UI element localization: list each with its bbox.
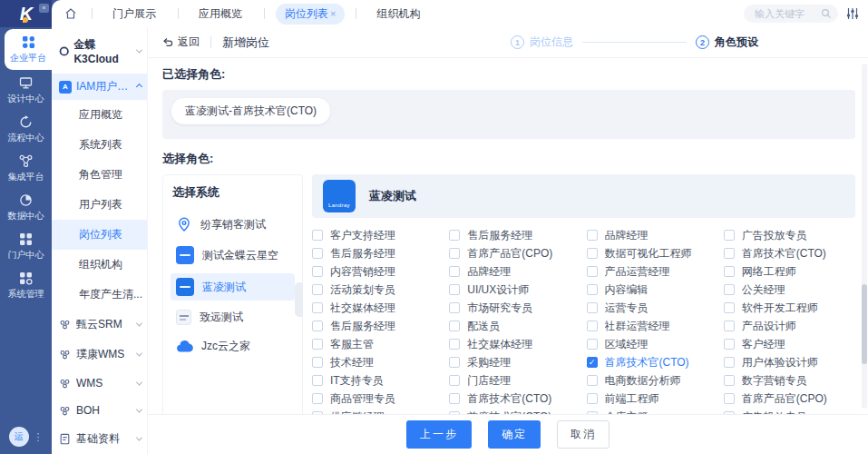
- role-checkbox-item[interactable]: 首席产品官(CPO): [449, 244, 580, 262]
- rail-item-enterprise-platform[interactable]: 企业平台: [5, 29, 52, 70]
- role-checkbox-item[interactable]: 售后服务经理: [449, 226, 580, 244]
- sidebar-item[interactable]: 应用概览: [52, 100, 147, 130]
- role-checkbox-item[interactable]: 品牌经理: [449, 262, 580, 281]
- checkbox-icon[interactable]: [449, 393, 460, 404]
- checkbox-icon[interactable]: [724, 266, 735, 277]
- system-item-zhiyuan[interactable]: 致远测试: [171, 305, 295, 330]
- role-checkbox-item[interactable]: 客服主管: [312, 335, 444, 353]
- role-checkbox-item[interactable]: 广告投放专员: [724, 226, 855, 244]
- system-item-landray[interactable]: 蓝凌测试: [171, 273, 295, 301]
- sidebar-item[interactable]: 岗位列表: [52, 220, 147, 250]
- checkbox-icon[interactable]: [312, 393, 323, 404]
- checkbox-icon[interactable]: [587, 248, 598, 259]
- checkbox-icon[interactable]: [724, 248, 735, 259]
- role-checkbox-item[interactable]: 配送员: [449, 317, 580, 335]
- rail-item-integration-platform[interactable]: 集成平台: [0, 150, 52, 187]
- role-checkbox-item[interactable]: 软件开发工程师: [724, 299, 855, 317]
- checkbox-icon[interactable]: [724, 339, 735, 350]
- role-checkbox-item[interactable]: 首席技术官(CTO): [724, 244, 855, 262]
- checkbox-icon[interactable]: [449, 411, 460, 414]
- selected-role-chip[interactable]: 蓝凌测试-首席技术官(CTO): [171, 98, 330, 124]
- scrollbar-track[interactable]: [862, 64, 867, 409]
- role-checkbox-item[interactable]: 供应链经理: [312, 408, 444, 414]
- checkbox-icon[interactable]: [312, 266, 323, 277]
- role-checkbox-item[interactable]: 商品管理专员: [312, 390, 444, 408]
- home-button[interactable]: [61, 7, 81, 20]
- sidebar-collapse-icon[interactable]: «: [39, 4, 49, 13]
- checkbox-icon[interactable]: [724, 230, 735, 241]
- sidebar-group-iam[interactable]: A IAM用户中心: [52, 74, 147, 100]
- checkbox-icon[interactable]: [312, 411, 323, 414]
- confirm-button[interactable]: 确定: [488, 420, 541, 449]
- checkbox-icon[interactable]: [449, 321, 460, 331]
- sidebar-item[interactable]: 系统列表: [52, 130, 147, 160]
- role-checkbox-item[interactable]: 社交媒体经理: [312, 299, 444, 317]
- checkbox-icon[interactable]: [587, 266, 598, 277]
- filter-icon[interactable]: [846, 7, 859, 20]
- checkbox-icon[interactable]: [587, 284, 598, 295]
- workspace-switcher[interactable]: 金蝶K3Cloud: [52, 27, 147, 74]
- role-checkbox-item[interactable]: 品牌经理: [587, 226, 718, 244]
- checkbox-icon[interactable]: [724, 411, 735, 414]
- cancel-button[interactable]: 取消: [557, 420, 610, 449]
- sidebar-group-srm[interactable]: 甄云SRM: [52, 310, 147, 340]
- role-checkbox-item[interactable]: 仓库主管: [587, 408, 718, 414]
- checkbox-icon[interactable]: [587, 302, 598, 313]
- role-checkbox-item[interactable]: 内容编辑: [587, 281, 718, 299]
- previous-step-button[interactable]: 上一步: [406, 420, 472, 449]
- role-checkbox-item[interactable]: 网络工程师: [724, 262, 855, 281]
- checkbox-icon[interactable]: [587, 321, 598, 331]
- role-checkbox-item[interactable]: UI/UX设计师: [449, 281, 580, 299]
- nav-tab[interactable]: 应用概览: [190, 4, 253, 25]
- nav-tab[interactable]: 岗位列表×: [276, 4, 345, 25]
- checkbox-icon[interactable]: [449, 248, 460, 259]
- role-checkbox-item[interactable]: IT支持专员: [312, 371, 444, 390]
- checkbox-icon[interactable]: [312, 230, 323, 241]
- checkbox-icon[interactable]: [724, 284, 735, 295]
- system-item-fxiaoke[interactable]: 纷享销客测试: [171, 212, 295, 237]
- role-checkbox-item[interactable]: 客户经理: [724, 335, 855, 353]
- checkbox-icon[interactable]: [312, 321, 323, 331]
- checkbox-icon[interactable]: [449, 266, 460, 277]
- sidebar-item[interactable]: 年度产生清...: [52, 280, 147, 310]
- checkbox-icon[interactable]: [312, 375, 323, 386]
- role-checkbox-item[interactable]: 社群运营经理: [587, 317, 718, 335]
- role-checkbox-item[interactable]: 首席技术官(CTO): [449, 390, 580, 408]
- system-item-kingdee-cloud[interactable]: 测试金蝶云星空: [171, 242, 295, 269]
- checkbox-icon[interactable]: [449, 302, 460, 313]
- role-checkbox-item[interactable]: 产品运营经理: [587, 262, 718, 281]
- checkbox-icon[interactable]: [587, 411, 598, 414]
- rail-item-design-center[interactable]: 设计中心: [0, 72, 52, 109]
- rail-item-portal-center[interactable]: 门户中心: [0, 228, 52, 265]
- checkbox-icon[interactable]: [312, 339, 323, 350]
- more-menu-icon[interactable]: ⋮: [34, 432, 44, 441]
- checkbox-icon[interactable]: [587, 375, 598, 386]
- sidebar-group-pukang-wms[interactable]: 璞康WMS: [52, 340, 147, 370]
- sidebar-group-boh[interactable]: BOH: [52, 397, 147, 424]
- role-checkbox-item[interactable]: 公关经理: [724, 281, 855, 299]
- nav-tab[interactable]: 组织机构: [367, 4, 431, 25]
- sidebar-item[interactable]: 角色管理: [52, 160, 147, 190]
- role-checkbox-item[interactable]: 首席技术官(CTO): [587, 353, 718, 371]
- tab-close-icon[interactable]: ×: [330, 8, 336, 19]
- role-checkbox-item[interactable]: 社交媒体经理: [449, 335, 580, 353]
- role-checkbox-item[interactable]: 电商数据分析师: [587, 371, 718, 390]
- nav-tab[interactable]: 门户展示: [103, 4, 167, 25]
- role-checkbox-item[interactable]: 前端工程师: [587, 390, 718, 408]
- rail-item-data-center[interactable]: 数据中心: [0, 189, 52, 226]
- panel-collapse-handle[interactable]: [295, 282, 303, 317]
- role-checkbox-item[interactable]: 产品设计师: [724, 317, 855, 335]
- rail-item-system-management[interactable]: 系统管理: [0, 267, 52, 304]
- checkbox-icon[interactable]: [312, 357, 323, 368]
- rail-item-flow-center[interactable]: 流程中心: [0, 111, 52, 148]
- role-checkbox-item[interactable]: 采购经理: [449, 353, 580, 371]
- search-icon[interactable]: [821, 8, 832, 19]
- role-checkbox-item[interactable]: 区域经理: [587, 335, 718, 353]
- checkbox-icon[interactable]: [587, 339, 598, 350]
- checkbox-icon[interactable]: [724, 357, 735, 368]
- user-avatar[interactable]: 运: [9, 427, 29, 447]
- role-checkbox-item[interactable]: 内容营销经理: [312, 262, 444, 281]
- sidebar-group-base-data[interactable]: 基础资料: [52, 424, 147, 454]
- role-checkbox-item[interactable]: 数字营销专员: [724, 371, 855, 390]
- checkbox-icon[interactable]: [312, 284, 323, 295]
